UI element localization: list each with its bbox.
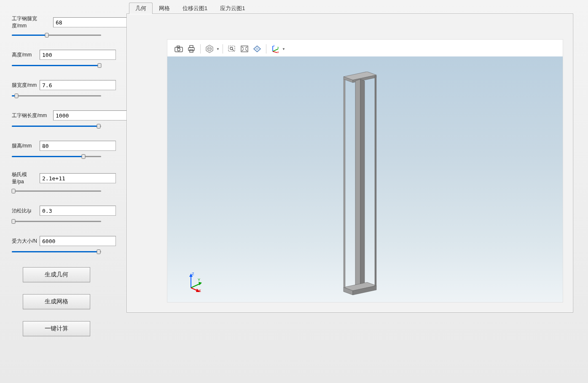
svg-line-21: [273, 51, 277, 53]
tab-bar: 几何网格位移云图1应力云图1: [126, 3, 581, 13]
axes-toggle-icon[interactable]: zyx: [269, 43, 282, 54]
param-group: 工字钢腿宽度/mm: [12, 15, 101, 38]
svg-text:y: y: [277, 46, 279, 49]
param-label: 工字钢腿宽度/mm: [12, 15, 51, 29]
svg-marker-34: [344, 79, 345, 288]
svg-line-16: [245, 49, 247, 51]
svg-line-15: [242, 49, 244, 51]
tab-2[interactable]: 位移云图1: [176, 3, 214, 14]
svg-rect-3: [188, 48, 194, 51]
svg-rect-1: [177, 46, 180, 48]
param-input[interactable]: [40, 206, 116, 216]
param-input[interactable]: [40, 141, 116, 151]
svg-text:Y: Y: [198, 278, 200, 282]
no-entry-icon[interactable]: [203, 43, 216, 54]
svg-line-11: [232, 49, 234, 51]
param-group: 工字钢长度/mm: [12, 110, 101, 129]
generate-mesh-button[interactable]: 生成网格: [23, 294, 90, 309]
param-slider[interactable]: [12, 32, 101, 38]
toolbar-separator: [266, 44, 266, 54]
param-label: 工字钢长度/mm: [12, 112, 51, 119]
param-slider[interactable]: [12, 93, 101, 99]
param-input[interactable]: [40, 80, 116, 90]
axis-triad: Z Y X: [186, 273, 203, 292]
param-slider[interactable]: [12, 218, 101, 224]
param-label: 泊松比/μ: [12, 207, 37, 214]
param-label: 高度/mm: [12, 51, 37, 59]
toolbar-separator: [200, 44, 201, 54]
svg-text:X: X: [199, 289, 201, 293]
content-area: 几何网格位移云图1应力云图1 ▼zyx▼: [110, 0, 588, 383]
dropdown-caret-icon[interactable]: ▼: [216, 43, 220, 54]
svg-line-39: [191, 284, 200, 288]
svg-rect-5: [190, 50, 193, 52]
param-slider[interactable]: [12, 249, 101, 254]
svg-text:Z: Z: [192, 272, 194, 276]
svg-text:x: x: [277, 51, 279, 53]
param-slider[interactable]: [12, 153, 101, 159]
tab-3[interactable]: 应力云图1: [214, 3, 251, 14]
svg-marker-29: [360, 79, 365, 287]
param-group: 高度/mm: [12, 50, 101, 68]
svg-line-14: [245, 47, 247, 48]
svg-point-2: [177, 48, 180, 51]
action-buttons: 生成几何 生成网格 一键计算: [12, 267, 101, 336]
camera-icon[interactable]: [172, 43, 185, 54]
param-slider[interactable]: [12, 188, 101, 194]
zoom-select-icon[interactable]: [226, 43, 238, 54]
zoom-extents-icon[interactable]: [238, 43, 251, 54]
print-icon[interactable]: [185, 43, 198, 54]
param-input[interactable]: [40, 236, 116, 246]
svg-text:z: z: [273, 45, 275, 47]
param-slider[interactable]: [12, 62, 101, 68]
viewer-container: ▼zyx▼: [167, 39, 563, 303]
svg-marker-40: [199, 282, 202, 285]
param-label: 受力大小/N: [12, 238, 37, 245]
viewer-toolbar: ▼zyx▼: [172, 43, 286, 55]
dropdown-caret-icon[interactable]: ▼: [282, 43, 286, 54]
param-input[interactable]: [40, 50, 116, 60]
calculate-button[interactable]: 一键计算: [23, 321, 90, 336]
viewport-3d[interactable]: Z Y X: [167, 56, 563, 302]
tab-1[interactable]: 网格: [153, 3, 176, 14]
svg-rect-4: [190, 46, 193, 48]
reset-view-icon[interactable]: [251, 43, 263, 54]
svg-marker-18: [255, 47, 259, 51]
sidebar: 工字钢腿宽度/mm 高度/mm 腿宽度/mm 工字钢长度/mm: [0, 0, 110, 383]
svg-marker-35: [375, 76, 376, 286]
tab-panel: ▼zyx▼: [126, 13, 573, 313]
ibeam-model: [340, 72, 382, 300]
param-group: 腿高/mm: [12, 141, 101, 159]
param-label: 腿宽度/mm: [12, 82, 37, 89]
param-label: 腿高/mm: [12, 142, 37, 150]
tab-0[interactable]: 几何: [129, 3, 153, 14]
generate-geometry-button[interactable]: 生成几何: [23, 267, 90, 282]
param-group: 泊松比/μ: [12, 206, 101, 224]
param-slider[interactable]: [12, 123, 101, 129]
param-group: 受力大小/N: [12, 236, 101, 254]
param-group: 杨氏模量/pa: [12, 171, 101, 194]
svg-line-13: [242, 47, 244, 48]
toolbar-separator: [223, 44, 223, 54]
param-input[interactable]: [40, 173, 116, 183]
param-group: 腿宽度/mm: [12, 80, 101, 99]
svg-marker-28: [355, 79, 360, 287]
param-label: 杨氏模量/pa: [12, 171, 37, 185]
